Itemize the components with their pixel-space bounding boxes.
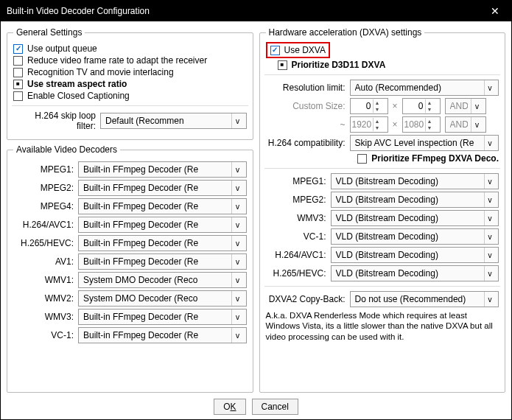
chevron-down-icon: v [484,292,495,307]
divider [264,286,501,287]
copyback-label: DXVA2 Copy-Back: [266,294,346,304]
dialog-buttons: OK Cancel [1,394,511,419]
enable-cc-checkbox[interactable]: Enable Closed Captioning [13,91,247,101]
select-value: Built-in FFmpeg Decoder (Re [83,201,228,211]
prioritize-ffmpeg-checkbox[interactable]: Prioritize FFmpeg DXVA Deco. [266,153,499,164]
select-value: System DMO Decoder (Reco [83,275,228,285]
prioritize-d3d11-checkbox[interactable]: Prioritize D3D11 DXVA [278,60,499,70]
use-dxva-highlight: Use DXVA [266,42,330,58]
chevron-down-icon: v [231,199,242,214]
custom-logic-select[interactable]: AND v [445,98,486,114]
chevron-down-icon: v [484,266,495,281]
close-icon[interactable]: ✕ [485,5,505,17]
chevron-down-icon: v [231,291,242,306]
codec-select[interactable]: VLD (Bitstream Decoding)v [331,228,499,245]
decoder-select[interactable]: Built-in FFmpeg Decoder (Rev [78,198,247,214]
chevron-down-icon: v [484,192,495,207]
number-input[interactable] [403,101,425,111]
default-size-row: ~ ▲▼ × ▲▼ AND v [266,116,499,133]
custom-width-input[interactable]: ▲▼ [350,98,388,114]
number-input[interactable] [351,101,373,111]
spinner-icon[interactable]: ▲▼ [373,99,382,113]
decoder-select[interactable]: Built-in FFmpeg Decoder (Rev [78,217,247,233]
copyback-select[interactable]: Do not use (Recommended) v [350,291,499,307]
select-value: Built-in FFmpeg Decoder (Re [83,238,228,248]
codec-select[interactable]: VLD (Bitstream Decoding)v [331,247,499,263]
dxva-settings-legend: Hardware acceleration (DXVA) settings [266,27,425,38]
chevron-down-icon: v [484,211,495,225]
left-column: General Settings Use output queue Reduce… [7,27,253,393]
recognition-tv-checkbox[interactable]: Recognition TV and movie interlacing [13,67,247,77]
default-logic-select[interactable]: AND v [445,116,486,133]
chevron-down-icon: v [231,236,242,251]
chevron-down-icon: v [484,80,495,95]
use-output-queue-checkbox[interactable]: Use output queue [13,43,247,54]
number-input[interactable] [403,119,425,130]
decoder-select[interactable]: System DMO Decoder (Recov [78,290,247,307]
spinner-icon[interactable]: ▲▼ [425,118,434,131]
decoder-row: WMV1:System DMO Decoder (Recov [13,272,247,288]
chevron-down-icon: v [231,181,242,195]
default-width-input[interactable]: ▲▼ [350,116,388,133]
decoder-select[interactable]: Built-in FFmpeg Decoder (Rev [78,180,247,196]
decoder-row: H.264/AVC1:Built-in FFmpeg Decoder (Rev [13,217,247,233]
default-height-input[interactable]: ▲▼ [402,116,441,133]
checkbox-label: Reduce video frame rate to adapt the rec… [27,55,207,66]
decoder-select[interactable]: Built-in FFmpeg Decoder (Rev [78,327,247,343]
checkbox-label: Use output queue [27,43,97,54]
available-decoders-legend: Available Video Decoders [13,144,120,155]
decoder-select[interactable]: Built-in FFmpeg Decoder (Rev [78,309,247,325]
codec-select[interactable]: VLD (Bitstream Decoding)v [331,192,499,208]
decoder-label: MPEG2: [13,183,74,193]
dxva-codec-row: VC-1:VLD (Bitstream Decoding)v [266,228,499,245]
ok-button[interactable]: OK [214,399,245,415]
window-title: Built-in Video Decoder Configuration [7,6,485,16]
decoder-label: WMV3: [13,312,74,322]
spinner-icon[interactable]: ▲▼ [425,99,434,113]
select-value: Built-in FFmpeg Decoder (Re [83,256,228,267]
checkbox-icon [357,154,367,164]
chevron-down-icon: v [484,136,495,150]
copyback-note: A.k.a. DXVA Renderless Mode which requir… [266,310,499,342]
decoder-label: WMV1: [13,275,74,285]
dxva-codec-row: MPEG1:VLD (Bitstream Decoding)v [266,173,499,189]
decoder-select[interactable]: System DMO Decoder (Recov [78,272,247,288]
ok-accel: K [230,402,236,412]
dxva-codec-row: WMV3:VLD (Bitstream Decoding)v [266,210,499,226]
checkbox-label: Prioritize FFmpeg DXVA Deco. [371,153,499,164]
use-dxva-checkbox[interactable]: Use DXVA [270,45,326,55]
select-value: Built-in FFmpeg Decoder (Re [83,220,228,230]
codec-label: H.265/HEVC: [266,268,326,279]
decoder-label: VC-1: [13,330,74,340]
skip-loop-select[interactable]: Default (Recommen v [100,113,247,129]
custom-height-input[interactable]: ▲▼ [402,98,441,114]
codec-label: MPEG2: [266,195,326,205]
checkbox-icon [13,80,23,89]
dxva-codec-row: H.264/AVC1:VLD (Bitstream Decoding)v [266,247,499,263]
decoder-select[interactable]: Built-in FFmpeg Decoder (Rev [78,161,247,178]
h264-compat-select[interactable]: Skip AVC Level inspection (Re v [350,135,499,151]
decoder-row: MPEG2:Built-in FFmpeg Decoder (Rev [13,180,247,196]
select-value: AND [450,101,469,111]
number-input[interactable] [351,119,373,130]
chevron-down-icon: v [471,117,482,132]
resolution-limit-select[interactable]: Auto (Recommended) v [350,80,499,96]
codec-select[interactable]: VLD (Bitstream Decoding)v [331,210,499,226]
select-value: System DMO Decoder (Reco [83,293,228,304]
codec-select[interactable]: VLD (Bitstream Decoding)v [331,173,499,189]
decoder-label: H.264/AVC1: [13,220,74,230]
checkbox-icon [13,68,23,77]
reduce-frame-rate-checkbox[interactable]: Reduce video frame rate to adapt the rec… [13,55,247,66]
checkbox-icon [13,91,23,101]
spinner-icon[interactable]: ▲▼ [373,118,382,131]
checkbox-label: Use stream aspect ratio [27,79,127,89]
decoder-select[interactable]: Built-in FFmpeg Decoder (Rev [78,253,247,270]
codec-select[interactable]: VLD (Bitstream Decoding)v [331,265,499,281]
cancel-button[interactable]: Cancel [252,399,298,415]
select-value: VLD (Bitstream Decoding) [336,213,481,223]
use-stream-aspect-checkbox[interactable]: Use stream aspect ratio [13,79,247,89]
decoder-select[interactable]: Built-in FFmpeg Decoder (Rev [78,235,247,251]
title-bar: Built-in Video Decoder Configuration ✕ [1,1,511,21]
select-value: VLD (Bitstream Decoding) [336,176,481,186]
select-value: Built-in FFmpeg Decoder (Re [83,330,228,340]
